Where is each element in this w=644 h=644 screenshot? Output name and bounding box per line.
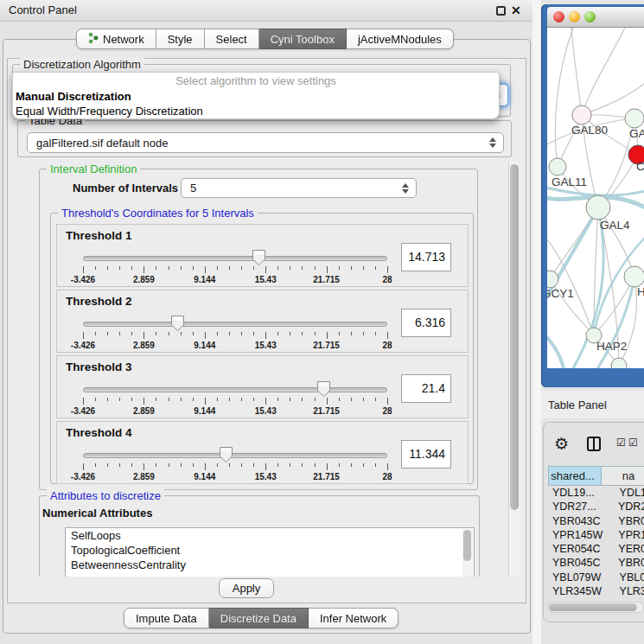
threshold-value-field[interactable]: 21.4 bbox=[401, 374, 451, 403]
slider-tick bbox=[95, 332, 96, 335]
tab-jactivemnodules[interactable]: jActiveMNodules bbox=[347, 29, 454, 49]
threshold-value-field[interactable]: 11.344 bbox=[401, 440, 451, 469]
table-row[interactable]: YDL19...YDL1 bbox=[548, 486, 644, 500]
table-panel-header: Table Panel bbox=[541, 391, 644, 418]
table-data-combobox[interactable]: galFiltered.sif default node bbox=[27, 132, 504, 153]
minimize-traffic-light[interactable] bbox=[569, 11, 580, 22]
slider-tick bbox=[277, 266, 278, 270]
slider-tick-label: 28 bbox=[382, 472, 392, 481]
tab-network[interactable]: Network bbox=[76, 29, 156, 49]
slider-tick bbox=[339, 332, 340, 335]
slider-tick bbox=[290, 463, 290, 467]
popup-item[interactable]: Manual Discretization bbox=[13, 89, 499, 104]
slider-thumb[interactable] bbox=[252, 249, 266, 270]
slider-tick bbox=[315, 332, 316, 335]
checkbox-icon[interactable]: ☑ bbox=[616, 437, 626, 449]
settings-gear-icon[interactable]: ⚙ bbox=[554, 434, 569, 454]
slider-tick bbox=[131, 332, 132, 335]
checkbox-icon[interactable]: ☑ bbox=[628, 437, 638, 449]
close-icon[interactable]: ✕ bbox=[511, 3, 521, 17]
network-nodes[interactable] bbox=[547, 105, 644, 368]
slider-tick bbox=[95, 266, 96, 270]
tab-label: Discretize Data bbox=[220, 612, 296, 625]
slider-tick bbox=[351, 266, 352, 270]
panel-title: Control Panel bbox=[9, 3, 77, 16]
slider-tick-label: 2.859 bbox=[133, 341, 155, 350]
network-node[interactable] bbox=[625, 109, 644, 128]
slider-tick bbox=[143, 332, 144, 339]
panel-divider[interactable] bbox=[532, 0, 541, 644]
slider-tick bbox=[193, 398, 194, 401]
attribute-items: SelfLoopsTopologicalCoefficientBetweenne… bbox=[66, 528, 474, 572]
slider-tick-label: 21.715 bbox=[313, 472, 340, 481]
attributes-scrollbar-thumb[interactable] bbox=[463, 530, 471, 561]
column-header-name[interactable]: na bbox=[602, 467, 644, 485]
network-window-titlebar[interactable] bbox=[547, 7, 644, 28]
table-row[interactable]: YPR145WYPR1 bbox=[548, 528, 644, 542]
threshold-slider[interactable]: -3.4262.8599.14415.4321.71528 bbox=[83, 322, 387, 327]
network-canvas[interactable]: GAL80GACGAL11GAL4GCY1HHAP2 bbox=[547, 28, 644, 368]
settings-scrollbar-thumb[interactable] bbox=[510, 164, 519, 510]
threshold-slider[interactable]: -3.4262.8599.14415.4321.71528 bbox=[83, 453, 387, 458]
num-intervals-combobox[interactable]: 5 bbox=[181, 178, 417, 198]
tab-label: Select bbox=[216, 33, 247, 46]
slider-tick bbox=[351, 463, 352, 467]
columns-icon[interactable] bbox=[587, 437, 601, 451]
column-header-shared-name[interactable]: shared... bbox=[549, 467, 602, 485]
slider-thumb[interactable] bbox=[316, 380, 331, 401]
group-title-interval: Interval Definition bbox=[47, 163, 140, 175]
settings-vertical-scrollbar[interactable] bbox=[508, 161, 520, 576]
threshold-slider[interactable]: -3.4262.8599.14415.4321.71528 bbox=[83, 256, 387, 261]
threshold-slider[interactable]: -3.4262.8599.14415.4321.71528 bbox=[83, 387, 387, 392]
network-node[interactable] bbox=[547, 271, 558, 288]
table-hscrollbar-thumb[interactable] bbox=[549, 603, 637, 611]
tab-infer-network[interactable]: Infer Network bbox=[309, 608, 399, 628]
zoom-traffic-light[interactable] bbox=[584, 11, 596, 22]
node-table: shared... na YDL19...YDL1YDR27...YDR2YBR… bbox=[548, 466, 644, 600]
slider-tick bbox=[241, 332, 242, 335]
cell-name: YBR0 bbox=[612, 556, 644, 570]
slider-tick bbox=[351, 332, 352, 335]
network-node[interactable] bbox=[586, 195, 610, 220]
slider-tick bbox=[363, 463, 364, 467]
network-node[interactable] bbox=[549, 158, 566, 175]
table-row[interactable]: YDR27...YDR2 bbox=[548, 500, 644, 513]
table-row[interactable]: YER054CYER0 bbox=[548, 542, 644, 556]
threshold-label: Threshold 1 bbox=[66, 229, 132, 242]
attribute-item[interactable]: BetweennessCentrality bbox=[66, 558, 474, 572]
slider-thumb[interactable] bbox=[219, 446, 233, 467]
threshold-value-field[interactable]: 6.316 bbox=[401, 309, 451, 337]
settings-scroll-viewport: Interval Definition Number of Intervals … bbox=[8, 160, 507, 577]
close-traffic-light[interactable] bbox=[553, 11, 564, 22]
slider-track[interactable] bbox=[83, 387, 387, 392]
slider-track[interactable] bbox=[83, 256, 387, 261]
slider-thumb[interactable] bbox=[170, 315, 185, 335]
attribute-item[interactable]: SelfLoops bbox=[66, 528, 474, 543]
network-node[interactable] bbox=[572, 105, 591, 124]
float-window-icon[interactable] bbox=[496, 6, 506, 16]
table-row[interactable]: YIL052CYIL0 bbox=[548, 598, 644, 600]
network-node[interactable] bbox=[624, 266, 644, 287]
attribute-item[interactable]: TopologicalCoefficient bbox=[66, 543, 474, 558]
network-node-label: GA bbox=[629, 127, 644, 140]
table-horizontal-scrollbar[interactable] bbox=[547, 602, 644, 613]
slider-tick bbox=[181, 398, 182, 401]
slider-tick bbox=[217, 266, 218, 270]
popup-item[interactable]: Equal Width/Frequency Discretization bbox=[13, 104, 499, 118]
table-row[interactable]: YBL079WYBL0 bbox=[548, 571, 644, 584]
table-row[interactable]: YBR043CYBR0 bbox=[548, 514, 644, 528]
table-row[interactable]: YLR345WYLR3 bbox=[548, 584, 644, 598]
table-row[interactable]: YBR045CYBR0 bbox=[548, 556, 644, 570]
tab-impute-data[interactable]: Impute Data bbox=[124, 608, 209, 628]
attributes-scrollbar[interactable] bbox=[462, 529, 473, 577]
tab-cyni-toolbox[interactable]: Cyni Toolbox bbox=[259, 29, 347, 49]
apply-button[interactable]: Apply bbox=[219, 578, 274, 598]
threshold-value-field[interactable]: 14.713 bbox=[401, 243, 451, 271]
tab-style[interactable]: Style bbox=[156, 29, 205, 49]
tab-discretize-data[interactable]: Discretize Data bbox=[209, 608, 309, 628]
numerical-attributes-list[interactable]: SelfLoopsTopologicalCoefficientBetweenne… bbox=[65, 527, 475, 577]
slider-track[interactable] bbox=[83, 322, 387, 327]
slider-track[interactable] bbox=[83, 453, 387, 458]
slider-tick bbox=[107, 332, 108, 335]
tab-select[interactable]: Select bbox=[205, 29, 259, 49]
